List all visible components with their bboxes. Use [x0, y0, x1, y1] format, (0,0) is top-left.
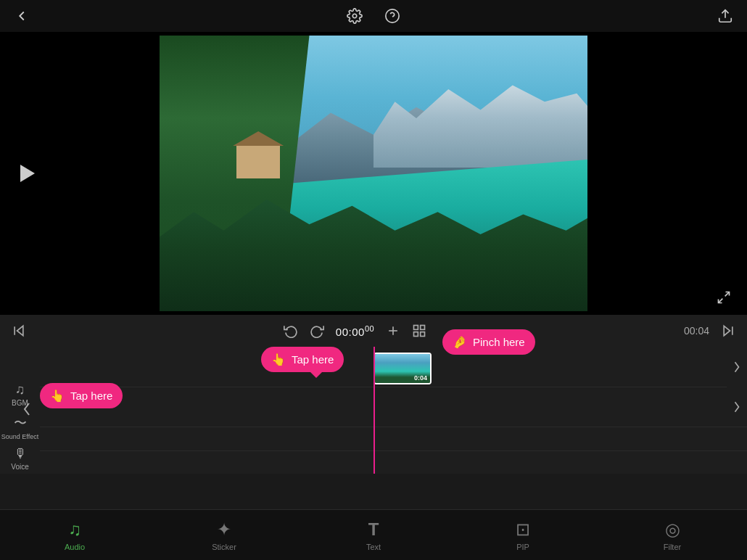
filter-label: Filter [664, 543, 681, 551]
timeline-controls: 00:0000 00:04 [0, 315, 747, 347]
settings-button[interactable] [344, 6, 365, 26]
nav-item-filter[interactable]: ◎ Filter [643, 519, 701, 551]
add-clip-button[interactable] [386, 324, 400, 338]
back-button[interactable] [12, 6, 32, 26]
sticker-label: Sticker [212, 543, 236, 551]
timeline-right: 00:04 [684, 324, 735, 338]
svg-rect-14 [421, 332, 425, 337]
bgm-track[interactable] [40, 387, 725, 427]
tooltip-tap-timeline-text: Tap here [292, 353, 334, 366]
sticker-icon: ✦ [217, 519, 231, 540]
svg-point-1 [386, 9, 399, 22]
playhead [374, 347, 375, 474]
pinch-icon: 🤌 [453, 335, 467, 349]
play-button[interactable] [12, 159, 41, 188]
voice-label: Voice [11, 463, 28, 471]
voice-icon: 🎙 [14, 446, 27, 461]
tooltip-tap-timeline: 👆 Tap here [261, 347, 344, 372]
track-content: 0:04 [40, 347, 725, 474]
share-button[interactable] [715, 6, 735, 26]
video-preview [0, 32, 747, 315]
tooltip-tap-bgm-text: Tap here [70, 390, 112, 402]
bottom-nav: ♫ Audio ✦ Sticker T Text ⊡ PIP ◎ Filter [0, 509, 747, 560]
svg-line-6 [719, 299, 723, 303]
voice-track[interactable] [40, 448, 725, 474]
audio-label: Audio [65, 543, 85, 551]
video-track: 0:04 [40, 350, 725, 387]
sound-label: Sound Effect [1, 433, 38, 440]
scene-house [236, 146, 280, 178]
video-track-arrow-right[interactable] [727, 347, 747, 387]
video-clip[interactable]: 0:04 [374, 353, 432, 384]
track-label-sound-effect[interactable]: 〜 Sound Effect [0, 411, 40, 442]
skip-back-button[interactable] [12, 324, 26, 338]
nav-item-audio[interactable]: ♫ Audio [46, 519, 104, 551]
audio-icon: ♫ [68, 519, 81, 540]
hand-icon-timeline: 👆 [271, 353, 286, 366]
top-bar [0, 0, 747, 32]
svg-marker-15 [724, 326, 730, 335]
nav-item-pip[interactable]: ⊡ PIP [494, 519, 552, 551]
undo-button[interactable] [284, 324, 298, 338]
nav-item-sticker[interactable]: ✦ Sticker [195, 519, 253, 551]
svg-rect-12 [421, 326, 425, 330]
timeline-center: 00:0000 [26, 324, 684, 338]
tooltip-pinch-text: Pinch here [473, 336, 525, 348]
track-label-voice[interactable]: 🎙 Voice [0, 442, 40, 474]
pip-icon: ⊡ [516, 519, 530, 540]
video-clip-time: 0:04 [414, 374, 427, 382]
track-label-bgm[interactable]: ♫ BGM [0, 378, 40, 412]
hand-icon-bgm: 👆 [50, 389, 65, 403]
top-bar-center [344, 6, 403, 26]
help-button[interactable] [382, 6, 403, 26]
video-frame [160, 36, 587, 311]
skip-forward-button[interactable] [721, 324, 735, 338]
svg-point-0 [352, 14, 357, 18]
text-icon: T [368, 519, 379, 540]
filter-icon: ◎ [665, 519, 680, 540]
timeline-area[interactable]: ♫ BGM 〜 Sound Effect 🎙 Voice 0:04 [0, 347, 747, 474]
svg-marker-4 [20, 165, 35, 182]
text-label: Text [366, 543, 381, 551]
bgm-track-arrow-right[interactable] [727, 387, 747, 427]
fullscreen-button[interactable] [712, 286, 735, 309]
timeline-left [12, 324, 26, 338]
grid-view-button[interactable] [412, 324, 426, 338]
volume-left-button[interactable] [22, 400, 32, 421]
svg-line-5 [725, 292, 730, 297]
bgm-icon: ♫ [15, 382, 25, 398]
end-time: 00:04 [684, 325, 709, 337]
svg-marker-7 [17, 326, 23, 335]
track-labels: ♫ BGM 〜 Sound Effect 🎙 Voice [0, 347, 40, 474]
svg-rect-13 [414, 332, 418, 337]
track-label-main [0, 347, 40, 378]
svg-rect-11 [414, 326, 418, 330]
tooltip-pinch: 🤌 Pinch here [442, 329, 535, 355]
redo-button[interactable] [310, 324, 324, 338]
current-time: 00:0000 [336, 324, 374, 338]
tooltip-tap-bgm: 👆 Tap here [40, 383, 123, 408]
pip-label: PIP [516, 543, 529, 551]
nav-item-text[interactable]: T Text [344, 519, 403, 551]
